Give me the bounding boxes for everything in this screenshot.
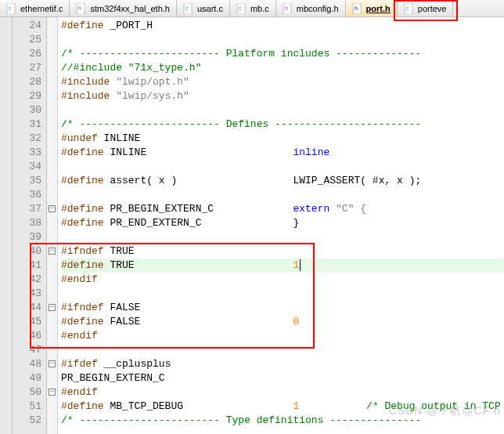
line-number: 30 — [13, 103, 41, 118]
fold-toggle-icon[interactable]: − — [49, 205, 56, 212]
line-number: 26 — [13, 47, 41, 61]
marker-strip — [0, 17, 13, 434]
svg-text:c: c — [406, 5, 409, 11]
tab-ethernetif[interactable]: c ethernetif.c — [0, 0, 70, 16]
tab-label: mbconfig.h — [297, 4, 339, 13]
code-line — [61, 188, 504, 202]
code-line: #ifndef FALSE — [61, 301, 504, 315]
line-number: 31 — [13, 118, 41, 132]
tab-bar: c ethernetif.c h stm32f4xx_hal_eth.h c u… — [0, 0, 504, 17]
tab-label: mb.c — [250, 4, 269, 13]
line-number: 39 — [13, 230, 41, 244]
code-line — [61, 33, 504, 47]
tab-label: usart.c — [197, 4, 223, 13]
tab-label: port.h — [366, 4, 391, 13]
line-number: 36 — [13, 188, 41, 202]
tab-label: ethernetif.c — [20, 4, 63, 13]
tab-label: porteve — [418, 4, 447, 13]
file-c-icon: c — [183, 3, 194, 14]
svg-text:h: h — [355, 5, 358, 11]
line-number: 28 — [13, 75, 41, 89]
svg-text:h: h — [78, 5, 81, 11]
fold-toggle-icon[interactable]: − — [49, 248, 56, 255]
svg-text:h: h — [285, 5, 288, 11]
line-number: 41 — [13, 259, 41, 273]
code-line: #undef INLINE — [61, 132, 504, 146]
code-line: #ifndef TRUE — [61, 244, 504, 259]
code-line: /* ----------------------- Platform incl… — [61, 47, 504, 61]
line-number: 51 — [13, 400, 41, 414]
line-number: 32 — [13, 132, 41, 146]
editor-area: 2425262728293031323334353637383940414243… — [0, 17, 504, 434]
text-cursor — [300, 259, 301, 271]
line-number: 40 — [13, 244, 41, 259]
code-line: #define PR_BEGIN_EXTERN_C extern "C" { — [61, 202, 504, 216]
code-line: #define PR_END_EXTERN_C } — [61, 216, 504, 230]
line-number-gutter: 2425262728293031323334353637383940414243… — [13, 17, 47, 434]
tab-stm32[interactable]: h stm32f4xx_hal_eth.h — [70, 0, 177, 16]
fold-toggle-icon[interactable]: − — [49, 360, 56, 367]
line-number: 43 — [13, 287, 41, 301]
line-number: 42 — [13, 273, 41, 287]
tab-mbconfig[interactable]: h mbconfig.h — [276, 0, 346, 16]
file-c-icon: c — [404, 3, 415, 14]
svg-text:c: c — [239, 5, 242, 11]
file-c-icon: c — [6, 3, 17, 14]
line-number: 25 — [13, 33, 41, 47]
fold-toggle-icon[interactable]: − — [49, 304, 56, 311]
code-line: #endif — [61, 273, 504, 287]
line-number: 34 — [13, 160, 41, 174]
code-line — [61, 230, 504, 244]
code-line: #endif — [61, 329, 504, 343]
code-line: PR_BEGIN_EXTERN_C — [61, 371, 504, 385]
line-number: 48 — [13, 357, 41, 371]
line-number: 49 — [13, 371, 41, 385]
line-number: 29 — [13, 89, 41, 103]
code-line: #define _PORT_H — [61, 19, 504, 33]
code-line: #define INLINE inline — [61, 146, 504, 160]
tab-usart[interactable]: c usart.c — [177, 0, 230, 16]
code-editor[interactable]: #define _PORT_H /* ---------------------… — [58, 17, 504, 434]
line-number: 52 — [13, 414, 41, 428]
code-line — [61, 287, 504, 301]
line-number: 45 — [13, 315, 41, 329]
code-line: /* ----------------------- Defines -----… — [61, 118, 504, 132]
line-number: 38 — [13, 216, 41, 230]
line-number: 27 — [13, 61, 41, 75]
code-line: #ifdef __cplusplus — [61, 357, 504, 371]
file-h-icon: h — [283, 3, 293, 14]
code-line: #define MB_TCP_DEBUG 1 /* Debug output i… — [61, 400, 504, 414]
code-line: #define FALSE 0 — [61, 315, 504, 329]
tab-label: stm32f4xx_hal_eth.h — [90, 4, 170, 13]
line-number: 44 — [13, 301, 41, 315]
code-line — [61, 103, 504, 118]
code-line — [61, 343, 504, 357]
code-line: //#include "71x_type.h" — [61, 61, 504, 75]
fold-strip: −−−−− — [47, 17, 58, 434]
line-number: 33 — [13, 146, 41, 160]
line-number: 35 — [13, 174, 41, 188]
code-line: #include "lwip/opt.h" — [61, 75, 504, 89]
tab-mb[interactable]: c mb.c — [230, 0, 276, 16]
tab-porteve[interactable]: c porteve — [398, 0, 454, 16]
tab-port[interactable]: h port.h — [346, 0, 398, 16]
code-line: #define assert( x ) LWIP_ASSERT( #x, x )… — [61, 174, 504, 188]
file-h-icon: h — [76, 3, 87, 14]
code-line: #define TRUE 1 — [61, 259, 504, 273]
line-number: 37 — [13, 202, 41, 216]
line-number: 24 — [13, 19, 41, 33]
code-line: #include "lwip/sys.h" — [61, 89, 504, 103]
svg-text:c: c — [9, 5, 12, 11]
line-number: 50 — [13, 385, 41, 400]
svg-text:c: c — [185, 5, 189, 11]
line-number: 47 — [13, 343, 41, 357]
code-line: /* ----------------------- Type definiti… — [61, 414, 504, 428]
file-c-icon: c — [236, 3, 247, 14]
line-number: 46 — [13, 329, 41, 343]
code-line: #endif — [61, 385, 504, 400]
fold-toggle-icon[interactable]: − — [49, 389, 56, 396]
code-line — [61, 160, 504, 174]
file-h-icon: h — [352, 3, 363, 14]
